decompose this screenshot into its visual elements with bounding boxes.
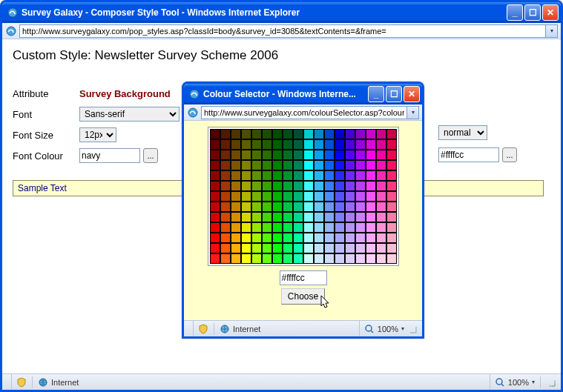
colour-cell[interactable] xyxy=(262,170,272,181)
colour-cell[interactable] xyxy=(386,202,397,212)
colour-cell[interactable] xyxy=(262,181,272,191)
colour-cell[interactable] xyxy=(210,202,220,212)
colour-cell[interactable] xyxy=(366,160,376,170)
colour-cell[interactable] xyxy=(335,212,345,222)
colour-cell[interactable] xyxy=(262,202,272,212)
colour-cell[interactable] xyxy=(314,243,324,253)
colour-cell[interactable] xyxy=(283,202,293,212)
colour-cell[interactable] xyxy=(335,233,345,243)
colour-cell[interactable] xyxy=(376,160,386,170)
colour-cell[interactable] xyxy=(324,202,335,212)
colour-cell[interactable] xyxy=(231,160,241,170)
colour-cell[interactable] xyxy=(303,139,314,150)
colour-cell[interactable] xyxy=(220,139,231,150)
colour-cell[interactable] xyxy=(210,139,220,150)
colour-cell[interactable] xyxy=(303,150,314,160)
colour-cell[interactable] xyxy=(283,129,293,139)
colour-cell[interactable] xyxy=(324,253,335,264)
colour-cell[interactable] xyxy=(210,222,220,233)
colour-cell[interactable] xyxy=(345,191,355,202)
colour-cell[interactable] xyxy=(324,222,335,233)
fontsize-select[interactable]: 12px xyxy=(79,127,116,142)
colour-cell[interactable] xyxy=(366,181,376,191)
colour-cell[interactable] xyxy=(314,170,324,181)
colour-cell[interactable] xyxy=(241,253,251,264)
colour-cell[interactable] xyxy=(251,212,262,222)
colour-cell[interactable] xyxy=(366,202,376,212)
colour-cell[interactable] xyxy=(231,253,241,264)
colour-cell[interactable] xyxy=(386,222,397,233)
colour-cell[interactable] xyxy=(366,212,376,222)
zoom-icon[interactable] xyxy=(364,324,375,334)
colour-cell[interactable] xyxy=(293,139,303,150)
colour-cell[interactable] xyxy=(386,212,397,222)
colour-cell[interactable] xyxy=(386,191,397,202)
colour-cell[interactable] xyxy=(345,129,355,139)
colour-cell[interactable] xyxy=(345,150,355,160)
fontcolour-picker-button[interactable]: ... xyxy=(143,148,158,163)
colour-cell[interactable] xyxy=(386,129,397,139)
colour-cell[interactable] xyxy=(283,212,293,222)
bgcolour-input[interactable] xyxy=(438,147,499,162)
colour-cell[interactable] xyxy=(345,181,355,191)
colour-cell[interactable] xyxy=(251,129,262,139)
zoom-icon[interactable] xyxy=(495,377,505,388)
colour-cell[interactable] xyxy=(324,139,335,150)
colour-cell[interactable] xyxy=(303,129,314,139)
colour-cell[interactable] xyxy=(335,150,345,160)
colour-cell[interactable] xyxy=(231,170,241,181)
colour-cell[interactable] xyxy=(220,202,231,212)
maximize-button[interactable]: ☐ xyxy=(524,4,541,21)
colour-cell[interactable] xyxy=(314,253,324,264)
colour-cell[interactable] xyxy=(335,139,345,150)
colour-cell[interactable] xyxy=(386,243,397,253)
colour-cell[interactable] xyxy=(324,243,335,253)
colour-cell[interactable] xyxy=(293,212,303,222)
colour-cell[interactable] xyxy=(283,222,293,233)
colour-cell[interactable] xyxy=(314,181,324,191)
colour-cell[interactable] xyxy=(262,160,272,170)
colour-cell[interactable] xyxy=(376,222,386,233)
close-button[interactable]: ✕ xyxy=(542,4,559,21)
colour-cell[interactable] xyxy=(386,181,397,191)
colour-cell[interactable] xyxy=(283,170,293,181)
colour-cell[interactable] xyxy=(366,191,376,202)
colour-cell[interactable] xyxy=(366,233,376,243)
colour-cell[interactable] xyxy=(303,181,314,191)
main-titlebar[interactable]: Survey Galaxy - Composer Style Tool - Wi… xyxy=(2,2,561,23)
colour-cell[interactable] xyxy=(345,233,355,243)
colour-cell[interactable] xyxy=(231,243,241,253)
colour-cell[interactable] xyxy=(324,170,335,181)
popup-minimize-button[interactable]: _ xyxy=(368,86,384,102)
colour-cell[interactable] xyxy=(251,160,262,170)
colour-cell[interactable] xyxy=(220,150,231,160)
colour-cell[interactable] xyxy=(303,233,314,243)
colour-cell[interactable] xyxy=(293,170,303,181)
colour-cell[interactable] xyxy=(386,150,397,160)
popup-titlebar[interactable]: Colour Selector - Windows Interne... _ ☐… xyxy=(184,84,422,104)
colour-cell[interactable] xyxy=(376,243,386,253)
colour-cell[interactable] xyxy=(293,150,303,160)
colour-cell[interactable] xyxy=(386,233,397,243)
colour-cell[interactable] xyxy=(376,191,386,202)
colour-cell[interactable] xyxy=(272,222,283,233)
colour-cell[interactable] xyxy=(272,253,283,264)
bgcolour-picker-button[interactable]: ... xyxy=(502,147,517,162)
colour-cell[interactable] xyxy=(283,191,293,202)
colour-cell[interactable] xyxy=(324,191,335,202)
resize-grip-icon[interactable] xyxy=(546,377,556,388)
colour-cell[interactable] xyxy=(231,212,241,222)
colour-cell[interactable] xyxy=(251,233,262,243)
fontweight-select[interactable]: normal xyxy=(438,125,487,140)
colour-cell[interactable] xyxy=(283,181,293,191)
colour-cell[interactable] xyxy=(251,181,262,191)
minimize-button[interactable]: _ xyxy=(507,4,523,21)
colour-cell[interactable] xyxy=(355,129,366,139)
colour-cell[interactable] xyxy=(345,170,355,181)
colour-cell[interactable] xyxy=(303,160,314,170)
colour-cell[interactable] xyxy=(272,181,283,191)
colour-cell[interactable] xyxy=(272,233,283,243)
colour-cell[interactable] xyxy=(386,253,397,264)
colour-cell[interactable] xyxy=(376,150,386,160)
colour-cell[interactable] xyxy=(314,129,324,139)
